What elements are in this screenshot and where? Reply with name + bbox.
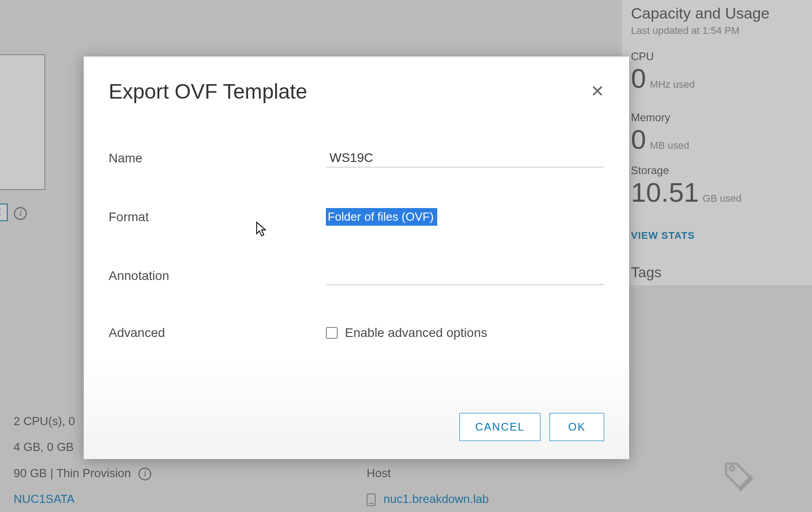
dialog-title: Export OVF Template (109, 79, 307, 104)
format-label: Format (109, 210, 326, 224)
format-select[interactable]: Folder of files (OVF) (326, 208, 437, 226)
export-ovf-dialog: Export OVF Template ✕ Name Format Folder… (84, 57, 629, 459)
advanced-checkbox-label: Enable advanced options (345, 326, 487, 340)
name-input[interactable] (326, 149, 604, 167)
cancel-button[interactable]: CANCEL (459, 413, 540, 441)
annotation-input[interactable] (326, 266, 604, 285)
close-icon: ✕ (591, 82, 604, 100)
annotation-label: Annotation (109, 269, 326, 283)
advanced-checkbox[interactable] (326, 327, 338, 339)
advanced-label: Advanced (109, 326, 326, 340)
ok-button[interactable]: OK (549, 413, 604, 441)
name-label: Name (109, 151, 326, 166)
close-button[interactable]: ✕ (591, 83, 604, 100)
